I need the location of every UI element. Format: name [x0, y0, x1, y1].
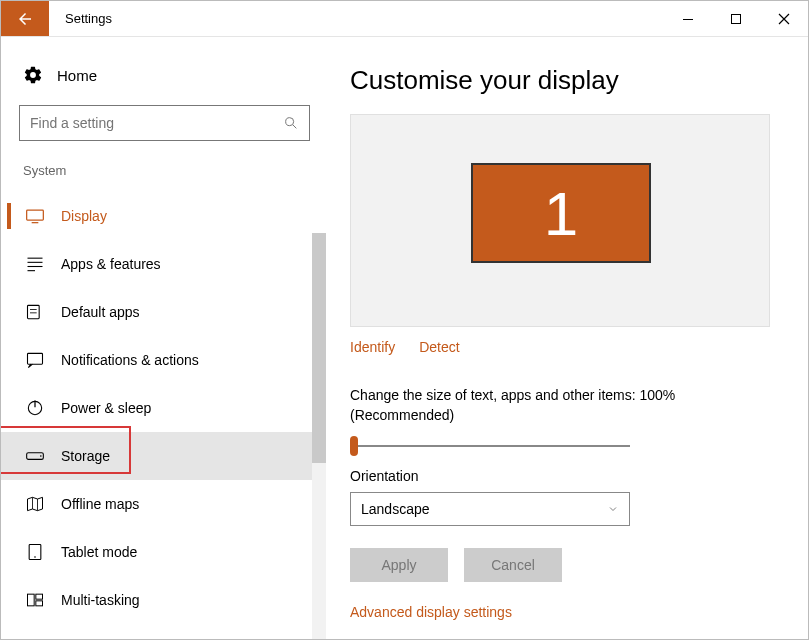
monitor-tile[interactable]: 1 [471, 163, 651, 263]
multitasking-icon [25, 590, 45, 610]
sidebar-scrollbar[interactable] [312, 233, 326, 640]
advanced-link[interactable]: Advanced display settings [350, 604, 780, 620]
svg-point-21 [34, 556, 36, 558]
home-label: Home [57, 67, 97, 84]
slider-track [350, 445, 630, 447]
svg-rect-10 [28, 305, 40, 318]
nav-power[interactable]: Power & sleep [1, 384, 326, 432]
maximize-icon [730, 13, 742, 25]
display-icon [25, 206, 45, 226]
close-button[interactable] [760, 1, 808, 36]
svg-rect-4 [27, 210, 44, 220]
monitor-number: 1 [544, 178, 578, 249]
nav-offline-maps[interactable]: Offline maps [1, 480, 326, 528]
identify-link[interactable]: Identify [350, 339, 395, 355]
chevron-down-icon [607, 503, 619, 515]
nav-label: Notifications & actions [61, 352, 199, 368]
nav-label: Tablet mode [61, 544, 137, 560]
gear-icon [23, 65, 43, 85]
minimize-button[interactable] [664, 1, 712, 36]
nav-tablet[interactable]: Tablet mode [1, 528, 326, 576]
svg-rect-0 [683, 19, 693, 20]
orientation-label: Orientation [350, 468, 780, 484]
nav-label: Display [61, 208, 107, 224]
nav-label: Multi-tasking [61, 592, 140, 608]
close-icon [778, 13, 790, 25]
detect-link[interactable]: Detect [419, 339, 459, 355]
nav-default-apps[interactable]: Default apps [1, 288, 326, 336]
svg-rect-1 [732, 14, 741, 23]
default-apps-icon [25, 302, 45, 322]
notifications-icon [25, 350, 45, 370]
scrollbar-thumb[interactable] [312, 233, 326, 463]
svg-rect-13 [28, 353, 43, 364]
scaling-text: Change the size of text, apps and other … [350, 385, 780, 426]
arrow-left-icon [16, 10, 34, 28]
nav-list: Display Apps & features Default apps Not… [1, 192, 326, 624]
nav-display[interactable]: Display [1, 192, 326, 240]
apps-icon [25, 254, 45, 274]
power-icon [25, 398, 45, 418]
cancel-button[interactable]: Cancel [464, 548, 562, 582]
svg-rect-23 [36, 594, 43, 599]
search-box[interactable] [19, 105, 310, 141]
maps-icon [25, 494, 45, 514]
apply-button[interactable]: Apply [350, 548, 448, 582]
nav-notifications[interactable]: Notifications & actions [1, 336, 326, 384]
svg-rect-22 [28, 594, 35, 606]
content: Home System Display Apps & features [1, 37, 808, 640]
orientation-select[interactable]: Landscape [350, 492, 630, 526]
page-heading: Customise your display [350, 65, 780, 96]
nav-label: Default apps [61, 304, 140, 320]
search-input[interactable] [30, 115, 283, 131]
storage-icon [25, 446, 45, 466]
minimize-icon [682, 13, 694, 25]
nav-label: Offline maps [61, 496, 139, 512]
nav-label: Power & sleep [61, 400, 151, 416]
button-row: Apply Cancel [350, 548, 780, 582]
nav-label: Storage [61, 448, 110, 464]
nav-storage[interactable]: Storage [1, 432, 326, 480]
back-button[interactable] [1, 1, 49, 36]
nav-multitasking[interactable]: Multi-tasking [1, 576, 326, 624]
home-nav[interactable]: Home [1, 65, 326, 105]
main-panel: Customise your display 1 Identify Detect… [326, 37, 808, 640]
titlebar: Settings [1, 1, 808, 37]
svg-point-17 [40, 455, 42, 457]
nav-label: Apps & features [61, 256, 161, 272]
scale-slider[interactable] [350, 436, 630, 438]
window-title: Settings [49, 1, 112, 36]
display-actions: Identify Detect [350, 339, 780, 355]
sidebar: Home System Display Apps & features [1, 37, 326, 640]
section-label: System [1, 163, 326, 192]
svg-point-2 [286, 118, 294, 126]
svg-line-3 [293, 125, 296, 128]
svg-rect-24 [36, 601, 43, 606]
tablet-icon [25, 542, 45, 562]
active-marker [7, 203, 11, 229]
nav-apps[interactable]: Apps & features [1, 240, 326, 288]
maximize-button[interactable] [712, 1, 760, 36]
display-preview[interactable]: 1 [350, 114, 770, 327]
orientation-value: Landscape [361, 501, 430, 517]
slider-thumb[interactable] [350, 436, 358, 456]
search-icon [283, 115, 299, 131]
